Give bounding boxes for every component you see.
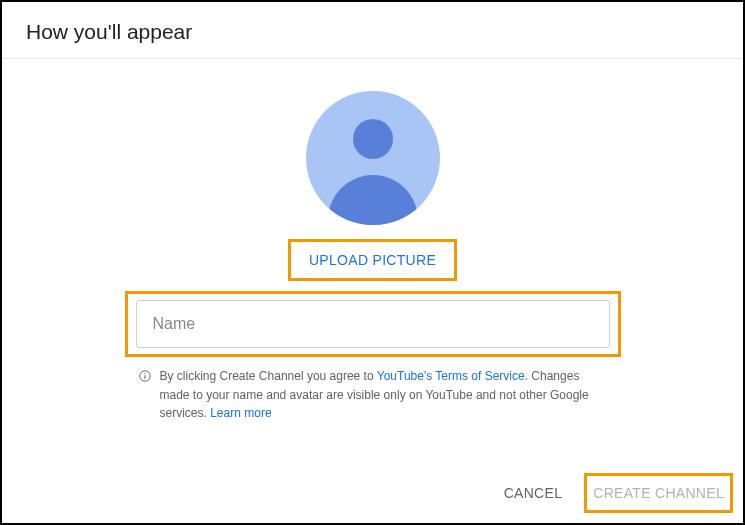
dialog-title: How you'll appear <box>26 20 719 44</box>
create-channel-button[interactable]: CREATE CHANNEL <box>589 477 728 509</box>
dialog-header: How you'll appear <box>2 2 743 59</box>
disclaimer-prefix: By clicking Create Channel you agree to <box>160 369 377 383</box>
upload-picture-button[interactable]: UPLOAD PICTURE <box>295 244 450 276</box>
avatar-placeholder-icon <box>306 91 440 225</box>
svg-rect-2 <box>144 373 145 374</box>
dialog-footer: CANCEL CREATE CHANNEL <box>500 473 733 513</box>
name-field-highlight <box>125 291 621 357</box>
disclaimer-text: By clicking Create Channel you agree to … <box>138 367 608 423</box>
learn-more-link[interactable]: Learn more <box>210 406 271 420</box>
cancel-button[interactable]: CANCEL <box>500 477 567 509</box>
upload-picture-highlight: UPLOAD PICTURE <box>288 239 457 281</box>
info-icon <box>138 369 152 383</box>
name-input[interactable] <box>136 300 610 348</box>
avatar-head-shape <box>353 119 393 159</box>
create-channel-highlight: CREATE CHANNEL <box>584 473 733 513</box>
disclaimer-body: By clicking Create Channel you agree to … <box>160 367 608 423</box>
avatar-body-shape <box>328 175 418 225</box>
dialog-content: UPLOAD PICTURE By clicking Create Channe… <box>2 59 743 523</box>
svg-rect-1 <box>144 375 145 379</box>
terms-of-service-link[interactable]: YouTube's Terms of Service <box>377 369 525 383</box>
